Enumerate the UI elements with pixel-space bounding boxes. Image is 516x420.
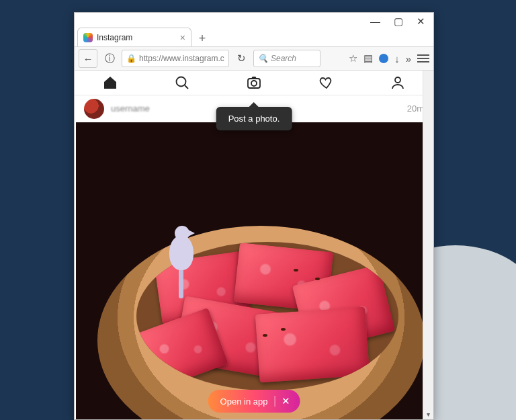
nav-post-photo-button[interactable] (245, 74, 263, 91)
overflow-icon[interactable]: » (406, 53, 411, 65)
open-in-app-label: Open in app (220, 396, 268, 407)
scroll-down-arrow-icon[interactable]: ▾ (423, 411, 433, 418)
tab-strip: Instagram × + (77, 26, 210, 46)
svg-line-1 (185, 85, 188, 89)
browser-window: — ▢ ✕ Instagram × + ← ⓘ 🔒 https://www.in… (74, 12, 434, 420)
nav-search-button[interactable] (173, 74, 191, 91)
globe-icon[interactable] (379, 54, 388, 63)
profile-icon (390, 75, 406, 91)
vertical-scrollbar[interactable]: ▾ (423, 71, 433, 419)
camera-icon (246, 75, 262, 91)
heart-icon (318, 75, 334, 91)
home-icon (102, 75, 118, 91)
menu-button[interactable] (417, 54, 429, 62)
search-icon (174, 75, 190, 91)
bookmark-star-icon[interactable]: ☆ (349, 52, 357, 65)
window-close-button[interactable]: ✕ (417, 15, 425, 28)
tab-close-button[interactable]: × (180, 32, 185, 43)
close-icon[interactable]: ✕ (282, 395, 290, 407)
search-icon: 🔍 (258, 54, 268, 63)
post-timestamp: 20m (407, 103, 424, 114)
open-in-app-banner[interactable]: Open in app ✕ (208, 390, 300, 413)
nav-activity-button[interactable] (317, 74, 335, 91)
back-button[interactable]: ← (79, 49, 97, 68)
post-username[interactable]: username (111, 103, 150, 114)
instagram-nav (75, 71, 433, 95)
svg-point-0 (177, 77, 186, 86)
window-maximize-button[interactable]: ▢ (394, 15, 403, 28)
bird-pick-graphic (161, 235, 202, 302)
downloads-icon[interactable]: ↓ (394, 53, 400, 65)
toolbar-icons: ☆ ▤ ↓ » (349, 52, 429, 65)
avatar[interactable] (84, 99, 104, 119)
post-photo-tooltip: Post a photo. (216, 107, 292, 130)
reload-button[interactable]: ↻ (232, 49, 251, 68)
instagram-favicon-icon (83, 33, 93, 42)
search-box[interactable]: 🔍 Search (253, 50, 320, 67)
new-tab-button[interactable]: + (194, 30, 210, 46)
search-placeholder: Search (271, 54, 296, 63)
svg-point-3 (251, 81, 257, 86)
library-icon[interactable]: ▤ (363, 52, 373, 65)
nav-profile-button[interactable] (389, 74, 406, 91)
nav-home-button[interactable] (101, 74, 119, 91)
browser-toolbar: ← ⓘ 🔒 https://www.instagram.c ↻ 🔍 Search… (75, 46, 433, 71)
window-minimize-button[interactable]: — (370, 15, 380, 27)
tab-instagram[interactable]: Instagram × (77, 28, 191, 46)
url-text: https://www.instagram.c (139, 54, 224, 63)
post-photo[interactable] (76, 122, 432, 419)
divider (274, 396, 275, 407)
lock-icon: 🔒 (126, 54, 136, 63)
tab-title: Instagram (97, 33, 132, 42)
site-info-button[interactable]: ⓘ (100, 49, 119, 68)
address-bar[interactable]: 🔒 https://www.instagram.c (122, 50, 229, 67)
svg-point-4 (395, 77, 400, 83)
page-viewport: Post a photo. username 20m (75, 71, 433, 419)
